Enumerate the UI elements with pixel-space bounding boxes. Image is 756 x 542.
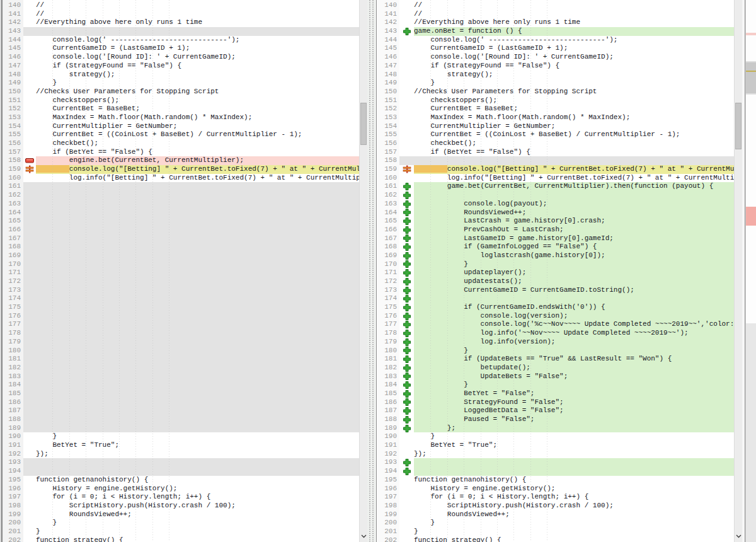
code-line[interactable]: CurrentMultiplier = GetNumber; (36, 122, 359, 131)
right-code-area[interactable]: //////Everything above here only runs 1 … (414, 0, 734, 542)
code-line[interactable]: } (36, 79, 359, 88)
code-line[interactable]: } (36, 519, 359, 528)
code-line[interactable]: log.info("[Betting] " + CurrentBet.toFix… (36, 174, 359, 183)
code-line[interactable]: checkbet(); (36, 139, 359, 148)
code-line[interactable] (36, 415, 359, 424)
code-line[interactable] (36, 364, 359, 372)
code-line[interactable]: // (414, 1, 734, 10)
code-line[interactable] (36, 458, 359, 467)
code-line[interactable]: //Everything above here only runs 1 time (414, 18, 734, 27)
code-line[interactable]: if (UpdateBets == "True" && LastResult =… (414, 355, 734, 364)
code-line[interactable]: CurrentBet = BaseBet; (414, 105, 734, 113)
code-line[interactable] (36, 312, 359, 321)
code-line[interactable] (36, 277, 359, 286)
code-line[interactable] (36, 372, 359, 381)
code-line[interactable]: log.info("[Betting] " + CurrentBet.toFix… (414, 174, 734, 183)
overview-removed-marker[interactable] (746, 207, 756, 226)
overview-changed-marker[interactable] (746, 33, 756, 35)
code-line[interactable] (36, 355, 359, 364)
code-line[interactable]: for (i = 0; i < History.length; i++) { (36, 493, 359, 502)
right-vertical-scrollbar[interactable] (734, 0, 742, 542)
code-line[interactable] (36, 243, 359, 251)
code-line[interactable] (36, 234, 359, 243)
code-line[interactable]: if (BetYet == "False") { (36, 148, 359, 157)
code-line[interactable] (36, 182, 359, 191)
code-line[interactable]: CurrentBet = ((CoinLost + BaseBet) / Cur… (414, 130, 734, 139)
code-line[interactable]: StrategyFound = "False"; (414, 398, 734, 407)
code-line[interactable]: console.log('%c~~Nov~~~~ Update Complete… (414, 320, 734, 329)
code-line[interactable]: loglastcrash(game.history[0]); (414, 251, 734, 260)
code-line[interactable]: LastGameID = game.history[0].gameId; (414, 234, 734, 243)
code-line[interactable]: } (414, 432, 734, 441)
overview-track[interactable] (746, 0, 756, 323)
code-line[interactable]: console.log('[Round ID]: ' + CurrentGame… (36, 53, 359, 62)
code-line[interactable] (36, 217, 359, 226)
code-line[interactable]: //Everything above here only runs 1 time (36, 18, 359, 27)
code-line[interactable]: checkstoppers(); (36, 96, 359, 105)
code-line[interactable] (36, 260, 359, 269)
code-line[interactable] (36, 338, 359, 347)
left-code-area[interactable]: //////Everything above here only runs 1 … (36, 0, 359, 542)
code-line[interactable]: for (i = 0; i < History.length; i++) { (414, 493, 734, 502)
code-line[interactable]: BetYet = "False"; (414, 389, 734, 398)
code-line[interactable]: console.log("[Betting] " + CurrentBet.to… (414, 165, 734, 174)
code-line[interactable]: engine.bet(CurrentBet, CurrentMultiplier… (36, 156, 359, 165)
code-line[interactable]: LastCrash = game.history[0].crash; (414, 217, 734, 226)
code-line[interactable]: BetYet = "True"; (414, 441, 734, 450)
code-line[interactable]: // (36, 1, 359, 10)
code-line[interactable]: } (36, 432, 359, 441)
code-line[interactable] (36, 407, 359, 415)
code-line[interactable]: //Checks User Parameters for Stopping Sc… (414, 88, 734, 96)
code-line[interactable]: console.log(version); (414, 312, 734, 321)
code-line[interactable] (36, 226, 359, 234)
code-line[interactable]: if (CurrentGameID.endsWith('0')) { (414, 303, 734, 312)
code-line[interactable]: RoundsViewed++; (414, 510, 734, 519)
code-line[interactable]: updateplayer(); (414, 268, 734, 277)
code-line[interactable]: CurrentGameID = (LastGameID + 1); (36, 44, 359, 53)
code-line[interactable]: checkbet(); (414, 139, 734, 148)
code-line[interactable] (414, 458, 734, 467)
code-line[interactable]: CurrentGameID = (LastGameID + 1); (414, 44, 734, 53)
code-line[interactable]: if (BetYet == "False") { (414, 148, 734, 157)
code-line[interactable]: strategy(); (36, 71, 359, 79)
code-line[interactable]: ScriptHistory.push(History.crash / 100); (414, 502, 734, 510)
code-line[interactable]: // (36, 10, 359, 19)
code-line[interactable] (36, 27, 359, 36)
code-line[interactable]: }); (36, 450, 359, 459)
code-line[interactable]: History = engine.getHistory(); (414, 485, 734, 493)
code-line[interactable]: checkstoppers(); (414, 96, 734, 105)
code-line[interactable]: } (414, 79, 734, 88)
code-line[interactable] (36, 268, 359, 277)
code-line[interactable] (36, 251, 359, 260)
code-line[interactable]: if (GameInfoLogged == "False") { (414, 243, 734, 251)
code-line[interactable]: if (StrategyFound == "False") { (36, 62, 359, 71)
code-line[interactable] (414, 294, 734, 303)
code-line[interactable]: // (414, 10, 734, 19)
overview-viewport-marker[interactable] (746, 61, 756, 95)
code-line[interactable]: BetYet = "True"; (36, 441, 359, 450)
code-line[interactable]: log.info(version); (414, 338, 734, 347)
code-line[interactable]: UpdateBets = "False"; (414, 372, 734, 381)
code-line[interactable]: }; (414, 424, 734, 433)
code-line[interactable]: MaxIndex = Math.floor(Math.random() * Ma… (36, 113, 359, 122)
right-diff-panel[interactable]: 1401411421431441451461471481491501511521… (376, 0, 742, 542)
code-line[interactable]: console.log(' --------------------------… (414, 36, 734, 45)
right-scrollbar-thumb[interactable] (735, 103, 742, 149)
code-line[interactable] (414, 467, 734, 476)
code-line[interactable]: } (414, 528, 734, 536)
code-line[interactable]: console.log(' --------------------------… (36, 36, 359, 45)
code-line[interactable]: strategy(); (414, 71, 734, 79)
diff-overview-bar[interactable] (745, 0, 756, 542)
left-vertical-scrollbar[interactable] (359, 0, 367, 542)
left-diff-panel[interactable]: 1401411421431441451461471481491501511521… (0, 0, 367, 542)
code-line[interactable]: console.log("[Betting] " + CurrentBet.to… (36, 165, 359, 174)
code-line[interactable] (36, 424, 359, 433)
code-line[interactable] (36, 329, 359, 338)
code-line[interactable]: Paused = "False"; (414, 415, 734, 424)
scroll-down-arrow-icon[interactable] (361, 533, 367, 540)
panel-splitter[interactable] (367, 0, 376, 542)
code-line[interactable]: function strategy() { (36, 536, 359, 542)
code-line[interactable] (36, 320, 359, 329)
code-line[interactable]: ScriptHistory.push(History.crash / 100); (36, 502, 359, 510)
code-line[interactable]: function getnanohistory() { (36, 476, 359, 485)
